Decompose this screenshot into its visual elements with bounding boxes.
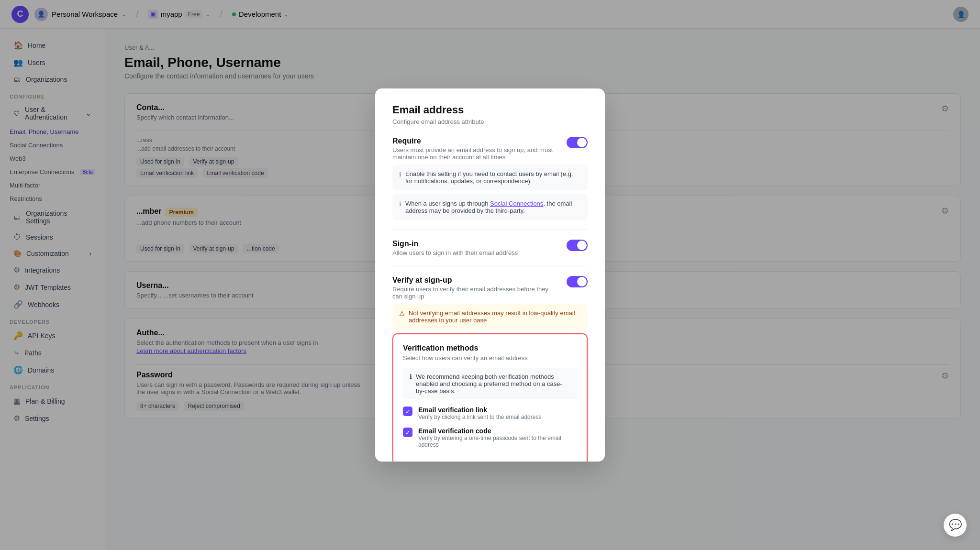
modal-divider-1 — [392, 230, 588, 230]
verify-text: Verify at sign-up Require users to verif… — [392, 276, 555, 300]
method1-checkbox[interactable]: ✓ — [403, 407, 412, 416]
email-address-modal: Email address Configure email address at… — [375, 88, 605, 462]
method1-label: Email verification link — [418, 406, 541, 414]
verif-methods-title: Verification methods — [403, 344, 577, 352]
verify-label: Verify at sign-up — [392, 276, 555, 285]
signin-toggle-track[interactable] — [567, 240, 588, 251]
require-toggle-thumb — [577, 138, 587, 147]
chat-icon: 💬 — [949, 519, 962, 531]
signin-toggle-thumb — [577, 241, 587, 250]
method2-desc: Verify by entering a one-time passcode s… — [418, 435, 577, 448]
info-icon-2: ℹ — [399, 200, 401, 208]
method2-label: Email verification code — [418, 427, 577, 435]
signin-desc: Allow users to sign in with their email … — [392, 249, 518, 256]
require-toggle[interactable] — [567, 137, 588, 148]
verify-toggle-thumb — [577, 277, 587, 286]
info-box-2: ℹ When a user signs up through Social Co… — [392, 194, 588, 220]
require-label: Require — [392, 137, 555, 145]
info-icon-1: ℹ — [399, 171, 401, 178]
require-text: Require Users must provide an email addr… — [392, 137, 555, 161]
warn-box: ⚠ Not verifying email addresses may resu… — [392, 304, 588, 330]
verify-toggle-track[interactable] — [567, 276, 588, 287]
method2-row: ✓ Email verification code Verify by ente… — [403, 427, 577, 448]
warn-icon: ⚠ — [399, 310, 405, 317]
warn-text: Not verifying email addresses may result… — [409, 309, 581, 324]
modal-divider-2 — [392, 266, 588, 266]
require-row: Require Users must provide an email addr… — [392, 137, 588, 161]
verif-methods-desc: Select how users can verify an email add… — [403, 354, 577, 362]
signin-row: Sign-in Allow users to sign in with thei… — [392, 240, 588, 256]
method2-text: Email verification code Verify by enteri… — [418, 427, 577, 448]
info-text-1: Enable this setting if you need to conta… — [405, 170, 581, 185]
signin-label: Sign-in — [392, 240, 518, 248]
modal-overlay[interactable]: Email address Configure email address at… — [0, 0, 980, 550]
social-connections-link[interactable]: Social Connections — [490, 200, 543, 207]
method1-row: ✓ Email verification link Verify by clic… — [403, 406, 577, 420]
method1-text: Email verification link Verify by clicki… — [418, 406, 541, 420]
info-text-2: When a user signs up through Social Conn… — [405, 200, 581, 214]
verify-desc: Require users to verify their email addr… — [392, 286, 555, 300]
chat-button[interactable]: 💬 — [944, 514, 967, 537]
modal-subtitle: Configure email address attribute — [392, 118, 588, 125]
method1-desc: Verify by clicking a link sent to the em… — [418, 414, 541, 420]
method2-checkbox[interactable]: ✓ — [403, 428, 412, 437]
verify-toggle[interactable] — [567, 276, 588, 287]
require-desc: Users must provide an email address to s… — [392, 146, 555, 161]
verify-row: Verify at sign-up Require users to verif… — [392, 276, 588, 300]
verification-methods-box: Verification methods Select how users ca… — [392, 333, 588, 462]
verif-info-box: ℹ We recommend keeping both verification… — [403, 368, 577, 399]
signin-toggle[interactable] — [567, 240, 588, 251]
modal-title: Email address — [392, 104, 588, 116]
verif-info-text: We recommend keeping both verification m… — [416, 373, 570, 395]
require-toggle-track[interactable] — [567, 137, 588, 148]
signin-text: Sign-in Allow users to sign in with thei… — [392, 240, 518, 256]
info-box-1: ℹ Enable this setting if you need to con… — [392, 165, 588, 190]
verif-info-icon: ℹ — [410, 373, 412, 380]
